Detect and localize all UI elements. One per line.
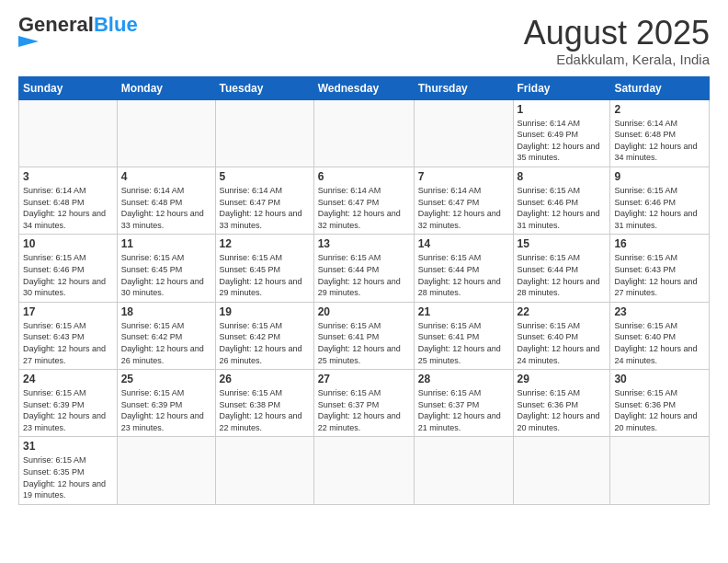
day-info: Sunrise: 6:15 AM Sunset: 6:41 PM Dayligh… [318,320,410,366]
day-cell [117,437,215,504]
day-number: 26 [220,373,310,385]
day-cell: 6Sunrise: 6:14 AM Sunset: 6:47 PM Daylig… [313,167,414,234]
day-cell [610,437,710,504]
col-header-friday: Friday [513,76,610,99]
day-info: Sunrise: 6:14 AM Sunset: 6:49 PM Dayligh… [518,118,607,164]
day-cell: 5Sunrise: 6:14 AM Sunset: 6:47 PM Daylig… [215,167,313,234]
day-cell [19,99,118,167]
day-cell: 29Sunrise: 6:15 AM Sunset: 6:36 PM Dayli… [513,370,610,437]
day-cell [513,437,610,504]
day-info: Sunrise: 6:15 AM Sunset: 6:44 PM Dayligh… [318,252,410,298]
day-number: 7 [418,170,509,183]
col-header-sunday: Sunday [19,76,118,99]
day-cell: 26Sunrise: 6:15 AM Sunset: 6:38 PM Dayli… [215,370,313,437]
title-block: August 2025 Edakkulam, Kerala, India [524,15,710,67]
calendar-header-row: SundayMondayTuesdayWednesdayThursdayFrid… [19,76,710,99]
day-info: Sunrise: 6:14 AM Sunset: 6:48 PM Dayligh… [614,118,705,164]
day-cell: 4Sunrise: 6:14 AM Sunset: 6:48 PM Daylig… [117,167,215,234]
day-info: Sunrise: 6:14 AM Sunset: 6:47 PM Dayligh… [318,185,410,231]
logo-general: General [18,13,94,36]
header: GeneralBlue August 2025 Edakkulam, Keral… [18,15,710,67]
day-number: 8 [518,170,607,183]
day-info: Sunrise: 6:15 AM Sunset: 6:40 PM Dayligh… [614,320,705,366]
day-info: Sunrise: 6:15 AM Sunset: 6:43 PM Dayligh… [614,252,705,298]
day-number: 14 [418,237,509,250]
week-row-0: 1Sunrise: 6:14 AM Sunset: 6:49 PM Daylig… [19,99,710,167]
day-info: Sunrise: 6:15 AM Sunset: 6:46 PM Dayligh… [518,185,607,231]
day-info: Sunrise: 6:14 AM Sunset: 6:47 PM Dayligh… [220,185,310,231]
week-row-5: 31Sunrise: 6:15 AM Sunset: 6:35 PM Dayli… [19,437,710,504]
day-number: 1 [518,103,607,116]
day-cell: 9Sunrise: 6:15 AM Sunset: 6:46 PM Daylig… [610,167,710,234]
day-number: 31 [23,440,113,453]
day-number: 18 [121,305,211,318]
day-info: Sunrise: 6:15 AM Sunset: 6:35 PM Dayligh… [23,454,113,500]
day-number: 3 [23,170,113,183]
day-cell: 31Sunrise: 6:15 AM Sunset: 6:35 PM Dayli… [19,437,118,504]
day-cell: 2Sunrise: 6:14 AM Sunset: 6:48 PM Daylig… [610,99,710,167]
week-row-4: 24Sunrise: 6:15 AM Sunset: 6:39 PM Dayli… [19,370,710,437]
day-info: Sunrise: 6:15 AM Sunset: 6:42 PM Dayligh… [220,320,310,366]
day-cell: 24Sunrise: 6:15 AM Sunset: 6:39 PM Dayli… [19,370,118,437]
day-info: Sunrise: 6:15 AM Sunset: 6:40 PM Dayligh… [518,320,607,366]
day-cell: 22Sunrise: 6:15 AM Sunset: 6:40 PM Dayli… [513,302,610,369]
day-number: 17 [23,305,113,318]
day-info: Sunrise: 6:15 AM Sunset: 6:46 PM Dayligh… [23,252,113,298]
day-cell: 25Sunrise: 6:15 AM Sunset: 6:39 PM Dayli… [117,370,215,437]
day-cell [414,437,513,504]
day-number: 24 [23,373,113,385]
day-number: 22 [518,305,607,318]
week-row-3: 17Sunrise: 6:15 AM Sunset: 6:43 PM Dayli… [19,302,710,369]
day-info: Sunrise: 6:14 AM Sunset: 6:48 PM Dayligh… [23,185,113,231]
day-cell: 19Sunrise: 6:15 AM Sunset: 6:42 PM Dayli… [215,302,313,369]
day-number: 5 [220,170,310,183]
day-cell: 17Sunrise: 6:15 AM Sunset: 6:43 PM Dayli… [19,302,118,369]
day-number: 27 [318,373,410,385]
day-number: 30 [614,373,705,385]
day-cell: 10Sunrise: 6:15 AM Sunset: 6:46 PM Dayli… [19,235,118,302]
day-info: Sunrise: 6:14 AM Sunset: 6:47 PM Dayligh… [418,185,509,231]
day-number: 4 [121,170,211,183]
day-cell [215,437,313,504]
day-cell: 20Sunrise: 6:15 AM Sunset: 6:41 PM Dayli… [313,302,414,369]
day-number: 28 [418,373,509,385]
day-cell: 11Sunrise: 6:15 AM Sunset: 6:45 PM Dayli… [117,235,215,302]
day-number: 16 [614,237,705,250]
calendar: SundayMondayTuesdayWednesdayThursdayFrid… [18,76,710,505]
day-cell: 14Sunrise: 6:15 AM Sunset: 6:44 PM Dayli… [414,235,513,302]
day-cell [414,99,513,167]
day-cell [117,99,215,167]
day-number: 13 [318,237,410,250]
day-cell: 12Sunrise: 6:15 AM Sunset: 6:45 PM Dayli… [215,235,313,302]
day-number: 9 [614,170,705,183]
day-info: Sunrise: 6:15 AM Sunset: 6:41 PM Dayligh… [418,320,509,366]
day-number: 20 [318,305,410,318]
logo: GeneralBlue [18,15,138,47]
day-number: 19 [220,305,310,318]
day-cell: 21Sunrise: 6:15 AM Sunset: 6:41 PM Dayli… [414,302,513,369]
day-number: 11 [121,237,211,250]
col-header-tuesday: Tuesday [215,76,313,99]
day-number: 21 [418,305,509,318]
day-number: 25 [121,373,211,385]
col-header-monday: Monday [117,76,215,99]
day-info: Sunrise: 6:15 AM Sunset: 6:36 PM Dayligh… [518,387,607,433]
col-header-thursday: Thursday [414,76,513,99]
day-info: Sunrise: 6:15 AM Sunset: 6:38 PM Dayligh… [220,387,310,433]
week-row-2: 10Sunrise: 6:15 AM Sunset: 6:46 PM Dayli… [19,235,710,302]
day-info: Sunrise: 6:15 AM Sunset: 6:44 PM Dayligh… [418,252,509,298]
day-info: Sunrise: 6:15 AM Sunset: 6:39 PM Dayligh… [121,387,211,433]
day-info: Sunrise: 6:15 AM Sunset: 6:46 PM Dayligh… [614,185,705,231]
day-info: Sunrise: 6:14 AM Sunset: 6:48 PM Dayligh… [121,185,211,231]
page: GeneralBlue August 2025 Edakkulam, Keral… [0,0,728,514]
day-info: Sunrise: 6:15 AM Sunset: 6:44 PM Dayligh… [518,252,607,298]
day-cell [313,437,414,504]
day-cell [215,99,313,167]
day-info: Sunrise: 6:15 AM Sunset: 6:37 PM Dayligh… [318,387,410,433]
day-number: 10 [23,237,113,250]
day-number: 15 [518,237,607,250]
day-info: Sunrise: 6:15 AM Sunset: 6:39 PM Dayligh… [23,387,113,433]
day-cell: 1Sunrise: 6:14 AM Sunset: 6:49 PM Daylig… [513,99,610,167]
day-number: 23 [614,305,705,318]
col-header-saturday: Saturday [610,76,710,99]
